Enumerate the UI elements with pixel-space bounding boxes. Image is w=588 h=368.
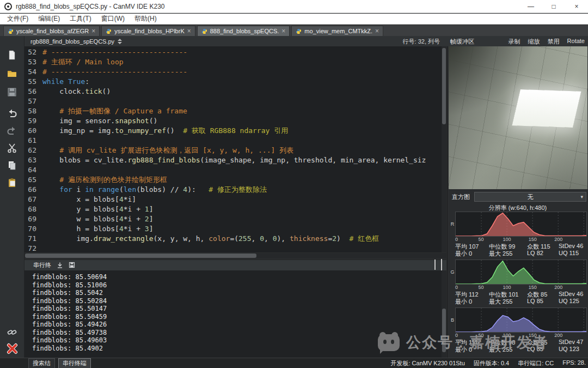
status-bar: 搜索结串行终端 开发板: CanMV K230 01Stu固件版本: 0.4串行…: [0, 358, 588, 368]
code-line[interactable]: 72: [24, 244, 446, 252]
python-file-icon: [106, 28, 112, 34]
menu-item[interactable]: 工具(T): [65, 13, 96, 25]
redo-button[interactable]: [6, 124, 18, 136]
histogram-channel: G 050100150200 平均 112中位数 101众数 85StDev 4…: [450, 260, 587, 305]
file-selector-spinner-icon[interactable]: [118, 39, 122, 44]
tab-bar: yscale_find_blobs_afZEGR × yscale_find_b…: [0, 25, 588, 36]
code-line[interactable]: 56 clock.tick(): [24, 87, 446, 96]
code-line[interactable]: 58 # 拍摄一帧图像 / Capture a frame: [24, 106, 446, 116]
connect-button[interactable]: [6, 326, 18, 338]
python-file-icon: [296, 28, 302, 34]
editor-tab[interactable]: mo_view_mem_CMTkkZ. ×: [291, 26, 383, 36]
framebuffer-panel: 直方图 无 ▾ 分辨率 (w:640, h:480) R 05010015020…: [447, 46, 588, 358]
code-line[interactable]: 71 img.draw_rectangle(x, y, w, h, color=…: [24, 234, 446, 244]
code-line[interactable]: 66 for i in range(len(blobs) // 4): # 修正…: [24, 185, 446, 195]
code-line[interactable]: 61: [24, 136, 446, 146]
paste-button[interactable]: [6, 177, 18, 189]
tab-close-icon[interactable]: ×: [187, 28, 191, 34]
code-line[interactable]: 64: [24, 165, 446, 175]
collapse-terminal-button[interactable]: [434, 261, 436, 270]
framebuffer-label: 帧缓冲区: [450, 38, 474, 46]
tab-label: yscale_find_blobs_afZEGR: [16, 28, 89, 34]
code-line[interactable]: 65 # 遍历检测到的色块并绘制矩形框: [24, 175, 446, 185]
file-selector-label: rgb888_find_blobs_spEQCS.py: [30, 38, 114, 45]
resolution-label: 分辨率 (w:640, h:480): [448, 204, 588, 212]
open-folder-icon: [7, 68, 17, 79]
open-file-button[interactable]: [6, 68, 18, 80]
redo-icon: [6, 124, 18, 136]
save-log-button[interactable]: [57, 261, 63, 270]
code-line[interactable]: 52# --------------------------------: [24, 47, 446, 57]
code-line[interactable]: 55while True:: [24, 77, 446, 87]
histogram-channel: R 050100150200 平均 107中位数 99众数 115StDev 4…: [450, 212, 587, 257]
undo-button[interactable]: [6, 107, 18, 119]
menu-item[interactable]: 文件(F): [2, 13, 33, 25]
code-line[interactable]: 67 x = blobs[4*i]: [24, 195, 446, 204]
cut-button[interactable]: [6, 142, 18, 154]
status-tabs: 搜索结串行终端: [28, 358, 94, 368]
channel-letter: R: [450, 212, 455, 237]
tab-close-icon[interactable]: ×: [375, 28, 379, 34]
code-line[interactable]: 53# 主循环 / Main loop: [24, 57, 446, 67]
file-selector[interactable]: rgb888_find_blobs_spEQCS.py: [30, 38, 122, 45]
menu-item[interactable]: 编辑(E): [33, 13, 65, 25]
code-line[interactable]: 60 img_np = img.to_numpy_ref() # 获取 RGB8…: [24, 126, 446, 136]
code-line[interactable]: 62 # 调用 cv_lite 扩展进行色块检测，返回 [x, y, w, h,…: [24, 146, 446, 155]
fb-control-button[interactable]: 缩放: [528, 38, 540, 46]
disconnect-button[interactable]: [6, 342, 18, 354]
new-file-icon: [7, 50, 17, 61]
canmv-ide-window: rgb888_find_blobs_spEQCS.py - CanMV IDE …: [0, 0, 588, 368]
status-info-item: 串行端口: CC: [518, 359, 554, 367]
editor-vscrollbar[interactable]: [442, 46, 446, 252]
framebuffer-image: [449, 46, 587, 189]
status-info: 开发板: CanMV K230 01Stu固件版本: 0.4串行端口: CCFP…: [390, 359, 586, 367]
histogram-axis: 050100150200: [455, 237, 587, 243]
stat-cell: 最小 0: [455, 298, 489, 306]
close-button[interactable]: ×: [565, 0, 588, 13]
histogram-source-select[interactable]: 无 ▾: [474, 192, 586, 202]
code-editor[interactable]: 52# --------------------------------53# …: [24, 46, 446, 252]
tab-close-icon[interactable]: ×: [281, 28, 285, 34]
editor-tab[interactable]: 888_find_blobs_spEQCS. ×: [197, 26, 290, 36]
save-terminal-button[interactable]: [69, 261, 75, 270]
stat-cell: LQ 82: [527, 250, 559, 258]
editor-tab[interactable]: yscale_find_blobs_afZEGR ×: [3, 26, 100, 36]
fb-control-button[interactable]: 录制: [509, 38, 520, 46]
fb-control-button[interactable]: Rotate: [567, 38, 585, 46]
line-col-indicator: 行号: 32, 列号: [403, 38, 440, 46]
channel-letter: G: [450, 260, 455, 285]
status-tab[interactable]: 搜索结: [28, 358, 55, 368]
code-line[interactable]: 63 blobs = cv_lite.rgb888_find_blobs(ima…: [24, 155, 446, 165]
stat-cell: 最小 0: [455, 250, 489, 258]
fb-control-button[interactable]: 禁用: [548, 38, 560, 46]
code-line[interactable]: 69 w = blobs[4*i + 2]: [24, 214, 446, 224]
new-file-button[interactable]: [6, 49, 18, 61]
tab-label: 888_find_blobs_spEQCS.: [210, 28, 279, 34]
popout-terminal-button[interactable]: [441, 261, 442, 270]
editor-hscrollbar[interactable]: [24, 253, 446, 258]
maximize-button[interactable]: □: [542, 0, 565, 13]
histogram-stats-row1: 平均 107中位数 99众数 115StDev 46: [450, 243, 587, 250]
code-line[interactable]: 57: [24, 96, 446, 106]
editor-toolbar: rgb888_find_blobs_spEQCS.py 行号: 32, 列号 帧…: [0, 36, 588, 46]
status-tab[interactable]: 串行终端: [58, 358, 91, 368]
menu-item[interactable]: 帮助(H): [130, 13, 162, 25]
code-line[interactable]: 68 y = blobs[4*i + 1]: [24, 204, 446, 214]
connect-chain-icon: [6, 327, 18, 338]
tab-label: yscale_find_blobs_HPlbrK: [114, 28, 184, 34]
code-line[interactable]: 59 img = sensor.snapshot(): [24, 116, 446, 126]
copy-button[interactable]: [6, 159, 18, 171]
menu-item[interactable]: 窗口(W): [96, 13, 130, 25]
window-title: rgb888_find_blobs_spEQCS.py - CanMV IDE …: [16, 3, 519, 10]
tab-close-icon[interactable]: ×: [91, 28, 95, 34]
minimize-button[interactable]: —: [519, 0, 542, 13]
code-line[interactable]: 70 h = blobs[4*i + 3]: [24, 224, 446, 234]
terminal-line: findblobs: 85.50459: [32, 313, 446, 321]
editor-tab[interactable]: yscale_find_blobs_HPlbrK ×: [101, 26, 195, 36]
code-line[interactable]: 54# --------------------------------: [24, 67, 446, 77]
save-file-button[interactable]: [6, 86, 18, 98]
stat-cell: 最大 255: [489, 298, 527, 306]
serial-terminal-title: 串行终: [33, 261, 51, 269]
histogram-stats-row1: 平均 112中位数 101众数 85StDev 46: [450, 291, 587, 298]
title-bar: rgb888_find_blobs_spEQCS.py - CanMV IDE …: [0, 0, 588, 13]
